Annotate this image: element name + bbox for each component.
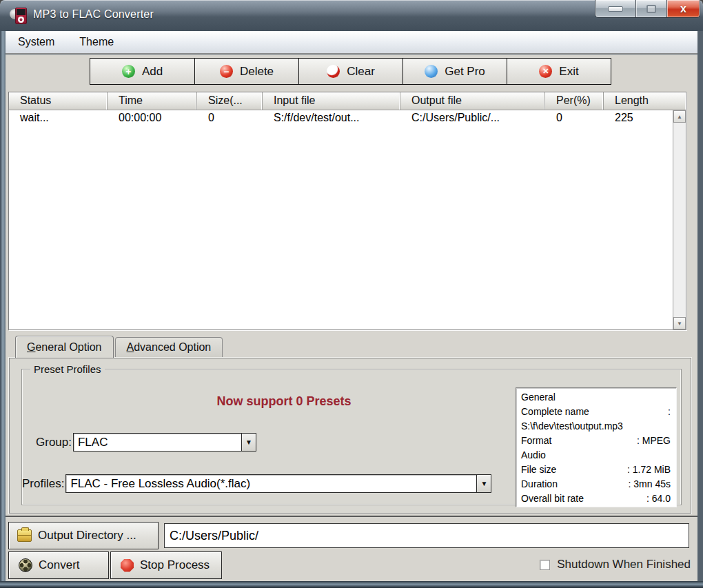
group-label: Group: bbox=[36, 436, 73, 449]
media-info-label: Duration bbox=[521, 477, 558, 491]
folder-icon bbox=[17, 529, 32, 542]
media-info-panel: General Complete name: S:\f\dev\test\out… bbox=[516, 387, 677, 507]
file-queue-table: Status Time Size(... Input file Output f… bbox=[8, 92, 686, 330]
media-info-label: General bbox=[521, 390, 556, 405]
add-icon: + bbox=[122, 65, 135, 78]
bottom-divider bbox=[6, 516, 697, 517]
window-controls: x bbox=[595, 0, 700, 18]
column-header-input-file[interactable]: Input file bbox=[263, 92, 400, 110]
cell-length: 225 bbox=[604, 110, 673, 128]
exit-button[interactable]: ✕ Exit bbox=[507, 59, 611, 84]
shutdown-checkbox[interactable] bbox=[540, 560, 550, 570]
table-row[interactable]: wait... 00:00:00 0 S:/f/dev/test/out... … bbox=[9, 110, 673, 128]
add-button[interactable]: + Add bbox=[90, 59, 194, 84]
media-info-value: : 3mn 45s bbox=[629, 477, 671, 491]
chevron-down-icon[interactable]: ▼ bbox=[476, 475, 491, 492]
output-directory-button[interactable]: Output Directory ... bbox=[8, 522, 159, 549]
convert-button[interactable]: Convert bbox=[8, 551, 109, 579]
maximize-button[interactable] bbox=[636, 0, 667, 18]
minimize-icon bbox=[608, 6, 623, 12]
tab-general-option-label: General Option bbox=[27, 341, 102, 354]
convert-button-label: Convert bbox=[39, 558, 80, 572]
chevron-down-icon[interactable]: ▼ bbox=[241, 434, 256, 451]
column-header-size[interactable]: Size(... bbox=[197, 92, 263, 110]
clear-button[interactable]: Clear bbox=[298, 59, 403, 84]
shutdown-when-finished-option[interactable]: Shutdown When Finished bbox=[540, 558, 691, 571]
media-info-value: : MPEG bbox=[637, 434, 671, 448]
convert-reel-icon bbox=[19, 558, 32, 572]
exit-icon: ✕ bbox=[539, 65, 552, 78]
output-path-input[interactable]: C:/Users/Public/ bbox=[164, 523, 689, 548]
exit-button-label: Exit bbox=[559, 65, 578, 79]
close-button[interactable]: x bbox=[667, 0, 700, 18]
tab-general-option[interactable]: General Option bbox=[15, 336, 114, 358]
cell-input-file: S:/f/dev/test/out... bbox=[263, 110, 400, 128]
client-area: + Add − Delete Clear Get Pro ✕ Exit bbox=[6, 54, 697, 581]
tab-advanced-option[interactable]: Advanced Option bbox=[115, 337, 223, 358]
scroll-down-icon[interactable]: ▼ bbox=[673, 317, 686, 330]
app-icon bbox=[10, 6, 29, 26]
group-dropdown-value: FLAC bbox=[74, 436, 241, 449]
get-pro-button[interactable]: Get Pro bbox=[403, 59, 507, 84]
column-header-length[interactable]: Length bbox=[604, 92, 686, 110]
output-directory-button-label: Output Directory ... bbox=[38, 529, 136, 543]
media-info-label: Overall bit rate bbox=[521, 491, 584, 506]
table-header-row: Status Time Size(... Input file Output f… bbox=[9, 92, 686, 110]
column-header-output-file[interactable]: Output file bbox=[400, 92, 545, 110]
menu-system[interactable]: System bbox=[18, 36, 54, 48]
window-title: MP3 to FLAC Converter bbox=[33, 8, 154, 21]
column-header-percent[interactable]: Per(%) bbox=[545, 92, 604, 110]
get-pro-icon bbox=[425, 65, 438, 78]
delete-icon: − bbox=[220, 65, 233, 78]
minimize-button[interactable] bbox=[595, 0, 636, 18]
preset-profiles-groupbox: Preset Profiles Now support 0 Presets Gr… bbox=[21, 369, 682, 505]
stop-process-button[interactable]: Stop Process bbox=[110, 551, 222, 579]
get-pro-button-label: Get Pro bbox=[445, 65, 485, 79]
add-button-label: Add bbox=[142, 65, 163, 79]
window-bottom-frame bbox=[0, 581, 703, 588]
media-info-label: S:\f\dev\test\output.mp3 bbox=[521, 419, 623, 434]
toolbar: + Add − Delete Clear Get Pro ✕ Exit bbox=[90, 58, 611, 85]
table-body: wait... 00:00:00 0 S:/f/dev/test/out... … bbox=[9, 110, 673, 330]
profiles-dropdown-value: FLAC - Free Lossless Audio(*.flac) bbox=[66, 477, 476, 491]
cell-size: 0 bbox=[197, 110, 263, 128]
cell-time: 00:00:00 bbox=[108, 110, 197, 128]
menu-bar: System Theme bbox=[6, 31, 697, 54]
column-header-status[interactable]: Status bbox=[9, 92, 108, 110]
cell-status: wait... bbox=[9, 110, 108, 128]
clear-button-label: Clear bbox=[347, 65, 375, 79]
delete-button-label: Delete bbox=[240, 65, 274, 79]
general-option-panel: Preset Profiles Now support 0 Presets Gr… bbox=[8, 357, 692, 514]
media-info-value: : bbox=[668, 405, 671, 419]
group-dropdown[interactable]: FLAC ▼ bbox=[73, 433, 256, 452]
stop-icon bbox=[121, 559, 134, 572]
maximize-icon bbox=[646, 5, 656, 13]
stop-process-button-label: Stop Process bbox=[140, 558, 210, 572]
table-scrollbar[interactable]: ▲ ▼ bbox=[673, 110, 686, 330]
media-info-value: : 64.0 bbox=[646, 491, 671, 506]
menu-theme[interactable]: Theme bbox=[79, 36, 114, 48]
groupbox-title: Preset Profiles bbox=[30, 363, 105, 375]
media-info-label: Format bbox=[521, 434, 551, 448]
option-tabs: General Option Advanced Option bbox=[8, 336, 224, 358]
cell-percent: 0 bbox=[545, 110, 604, 128]
delete-button[interactable]: − Delete bbox=[194, 59, 298, 84]
media-info-label: File size bbox=[521, 463, 556, 477]
profiles-label: Profiles: bbox=[22, 477, 65, 491]
profiles-dropdown[interactable]: FLAC - Free Lossless Audio(*.flac) ▼ bbox=[65, 474, 491, 493]
media-info-label: Complete name bbox=[521, 405, 589, 419]
app-window: MP3 to FLAC Converter x System Theme + A… bbox=[0, 0, 703, 588]
presets-message: Now support 0 Presets bbox=[125, 394, 442, 409]
media-info-label: Audio bbox=[521, 448, 546, 463]
shutdown-checkbox-label: Shutdown When Finished bbox=[557, 558, 691, 571]
cell-output-file: C:/Users/Public/... bbox=[400, 110, 545, 128]
close-icon: x bbox=[680, 3, 686, 15]
column-header-time[interactable]: Time bbox=[108, 92, 197, 110]
scroll-up-icon[interactable]: ▲ bbox=[673, 110, 686, 123]
title-bar[interactable]: MP3 to FLAC Converter x bbox=[0, 0, 703, 31]
media-info-value: : 1.72 MiB bbox=[627, 463, 671, 477]
clear-icon bbox=[327, 65, 340, 78]
tab-advanced-option-label: Advanced Option bbox=[127, 341, 212, 354]
